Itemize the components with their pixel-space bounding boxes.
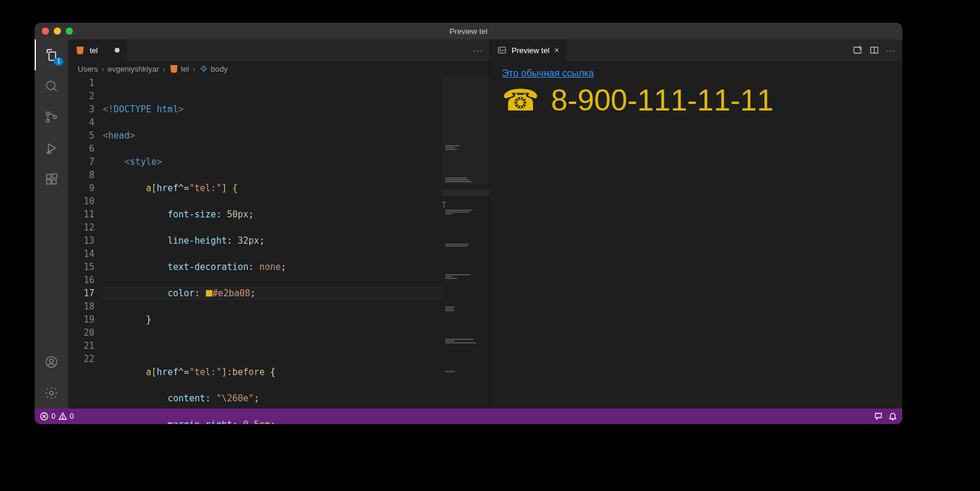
code-token: a [146,183,151,194]
svg-point-23 [62,418,63,418]
breadcrumb-seg[interactable]: evgeniyshklyar [108,65,159,73]
editor-group-right: Preview tel × ··· Это обычная ссы [490,39,902,409]
line-number: 1 [68,76,94,90]
explorer-badge: 1 [54,57,63,66]
code-token: } [103,314,151,325]
code-token: : [195,288,206,299]
tab-tel[interactable]: tel [68,39,127,61]
preview-tel-link[interactable]: ☎8-900-111-11-11 [502,84,890,117]
code-token: : [227,235,238,246]
line-number: 8 [68,168,94,182]
code-editor[interactable]: 12345678910111213141516171819202122 <!DO… [68,76,489,409]
code-token: { [265,367,275,378]
code-token: 32px [238,235,259,246]
preview-icon [497,45,507,55]
status-problems[interactable]: 0 0 [39,412,74,421]
line-number: 13 [68,234,94,247]
code-token [103,367,146,378]
source-control-icon[interactable] [35,102,68,133]
editor-more-actions-icon[interactable]: ··· [473,46,483,55]
line-number: 20 [68,326,94,339]
preview-tel-number: 8-900-111-11-11 [551,84,774,117]
settings-gear-icon[interactable] [35,378,68,409]
minimap[interactable]: T [442,76,489,409]
code-token: href [157,367,178,378]
code-content[interactable]: <!DOCTYPE html> <head> <style> a[href^="… [103,76,489,409]
feedback-icon[interactable] [874,412,883,421]
code-token: ; [250,288,256,299]
code-token: ; [281,262,286,272]
line-number: 10 [68,195,94,208]
code-token: margin-right [167,419,232,424]
bell-icon[interactable] [888,412,898,421]
line-number: 3 [68,103,94,116]
code-token: ] [222,367,227,378]
tab-label: Preview tel [512,46,550,55]
line-number: 19 [68,313,94,326]
code-token [103,235,167,246]
code-token: ] { [222,183,238,194]
code-token [103,288,167,299]
code-token: : [232,419,243,424]
code-token: #e2ba08 [213,288,250,299]
warning-count: 0 [70,412,74,421]
code-token: <! [103,104,114,115]
tab-preview-tel[interactable]: Preview tel × [490,39,567,61]
dirty-indicator-icon [115,48,120,53]
line-number: 17 [68,287,94,300]
code-token [103,209,167,220]
line-number: 2 [68,90,94,103]
code-token: line-height [167,235,226,246]
show-source-icon[interactable] [853,45,862,55]
code-token: :before [227,367,265,378]
breadcrumb-seg[interactable]: Users [78,65,98,73]
preview-regular-link[interactable]: Это обычная ссылка [502,68,594,78]
search-icon[interactable] [35,70,68,102]
code-token: a [146,367,151,378]
svg-rect-9 [52,180,56,184]
code-token: "\260e" [216,393,254,404]
code-token [103,262,167,272]
line-number: 7 [68,155,94,168]
telephone-icon: ☎ [502,84,539,117]
line-number: 21 [68,339,94,352]
extensions-icon[interactable] [35,164,68,195]
minimap-cursor [442,190,489,196]
breadcrumb-seg[interactable]: tel [181,65,189,73]
code-token: style [130,156,157,167]
code-token: DOCTYPE [114,104,151,115]
svg-rect-16 [854,47,861,53]
html-file-icon [75,45,85,55]
code-token: html [151,104,178,115]
vscode-window: Preview tel 1 [35,23,902,424]
accounts-icon[interactable] [35,346,68,378]
titlebar[interactable]: Preview tel [35,23,902,39]
tabs-row-right: Preview tel × ··· [490,39,902,61]
svg-line-1 [54,88,57,91]
gutter: 12345678910111213141516171819202122 [68,76,103,409]
svg-point-3 [47,119,50,122]
body-area: 1 [35,39,902,409]
window-title: Preview tel [35,27,902,36]
split-editor-icon[interactable] [869,45,879,55]
editor-more-actions-icon[interactable]: ··· [886,46,896,55]
svg-point-13 [50,391,53,395]
code-token: color [167,288,194,299]
color-swatch-icon [206,290,213,297]
close-icon[interactable]: × [555,45,559,55]
code-token: ; [270,419,275,424]
code-token: head [108,130,130,141]
run-debug-icon[interactable] [35,133,68,164]
line-number: 11 [68,208,94,221]
explorer-icon[interactable]: 1 [35,39,68,70]
breadcrumbs[interactable]: Users › evgeniyshklyar › tel › body [68,61,489,76]
tab-label: tel [90,46,98,55]
breadcrumb-seg[interactable]: body [211,65,228,73]
svg-rect-10 [53,174,57,178]
svg-point-0 [47,81,55,90]
code-token: : [206,393,216,404]
code-token: > [178,104,183,115]
code-token [103,419,167,424]
line-number: 15 [68,260,94,274]
minimap-viewport[interactable] [442,76,489,184]
